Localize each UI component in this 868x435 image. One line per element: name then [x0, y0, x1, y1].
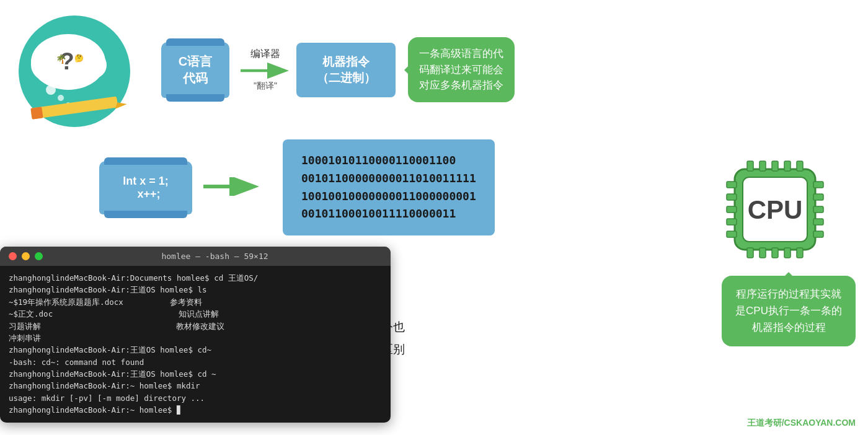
- svg-rect-41: [813, 231, 823, 237]
- thinking-icon: ? 🌴 🤔: [12, 12, 136, 127]
- svg-rect-14: [30, 107, 43, 119]
- binary-line-4: 00101100010011110000011: [301, 205, 476, 223]
- main-container: ? 🌴 🤔 C语言代码 编译器: [0, 0, 868, 435]
- svg-rect-34: [727, 206, 737, 213]
- c-code-box: C语言代码: [161, 42, 229, 98]
- dot-red[interactable]: [9, 252, 17, 260]
- mid-arrow: [203, 177, 259, 198]
- c-code-label: C语言代码: [179, 55, 212, 85]
- svg-rect-30: [784, 248, 790, 258]
- int-code-box: Int x = 1; x++;: [99, 161, 192, 214]
- compiler-label: 编译器: [250, 48, 280, 61]
- watermark: 王道考研/CSKAOYAN.COM: [747, 418, 856, 429]
- binary-line-3: 10010010000000011000000001: [301, 188, 476, 206]
- svg-rect-27: [747, 248, 753, 258]
- top-row: ? 🌴 🤔 C语言代码 编译器: [12, 12, 856, 127]
- svg-rect-38: [813, 194, 823, 200]
- svg-rect-25: [784, 161, 790, 171]
- svg-rect-33: [727, 194, 737, 200]
- svg-rect-28: [760, 248, 766, 258]
- bottom-speech-bubble: 程序运行的过程其实就是CPU执行一条一条的机器指令的过程: [722, 276, 856, 346]
- compiler-arrow: 编译器 "翻译": [241, 48, 290, 92]
- svg-point-7: [46, 85, 56, 95]
- terminal-body: zhanghonglindeMacBook-Air:Documents homl…: [0, 266, 391, 423]
- svg-rect-37: [813, 182, 823, 188]
- svg-rect-31: [797, 248, 803, 258]
- svg-rect-23: [760, 161, 766, 171]
- svg-rect-35: [727, 219, 737, 225]
- machine-instr-box: 机器指令（二进制）: [296, 43, 396, 97]
- svg-rect-26: [797, 161, 803, 171]
- binary-block: 10001010110000110001100 0010110000000001…: [283, 139, 495, 235]
- int-code-scroll-box: Int x = 1; x++;: [99, 161, 192, 214]
- bottom-bubble-text: 程序运行的过程其实就是CPU执行一条一条的机器指令的过程: [735, 288, 842, 333]
- int-code-label: Int x = 1; x++;: [123, 175, 169, 200]
- svg-point-8: [58, 95, 64, 101]
- dot-green[interactable]: [35, 252, 43, 260]
- svg-text:🌴: 🌴: [56, 54, 67, 64]
- svg-rect-24: [772, 161, 778, 171]
- terminal-window: homlee — -bash — 59×12 zhanghonglindeMac…: [0, 247, 391, 423]
- svg-rect-40: [813, 219, 823, 225]
- svg-text:CPU: CPU: [748, 195, 803, 224]
- top-bubble-text: 一条高级语言的代码翻译过来可能会对应多条机器指令: [419, 48, 503, 91]
- c-code-scroll-box: C语言代码: [161, 42, 229, 98]
- svg-rect-32: [727, 182, 737, 188]
- machine-instr-label: 机器指令（二进制）: [317, 55, 376, 84]
- svg-text:🤔: 🤔: [74, 53, 84, 63]
- binary-line-2: 00101100000000011010011111: [301, 170, 476, 188]
- svg-rect-29: [772, 248, 778, 258]
- svg-rect-22: [747, 161, 753, 171]
- binary-line-1: 10001010110000110001100: [301, 152, 476, 170]
- top-speech-bubble: 一条高级语言的代码翻译过来可能会对应多条机器指令: [408, 37, 515, 102]
- svg-rect-39: [813, 206, 823, 213]
- terminal-title: homlee — -bash — 59×12: [48, 252, 382, 261]
- cpu-chip-wrapper: CPU: [713, 147, 837, 274]
- translate-label: "翻译": [254, 81, 277, 92]
- dot-yellow[interactable]: [22, 252, 30, 260]
- terminal-titlebar: homlee — -bash — 59×12: [0, 247, 391, 266]
- cpu-chip-icon: CPU: [713, 147, 837, 271]
- svg-rect-36: [727, 231, 737, 237]
